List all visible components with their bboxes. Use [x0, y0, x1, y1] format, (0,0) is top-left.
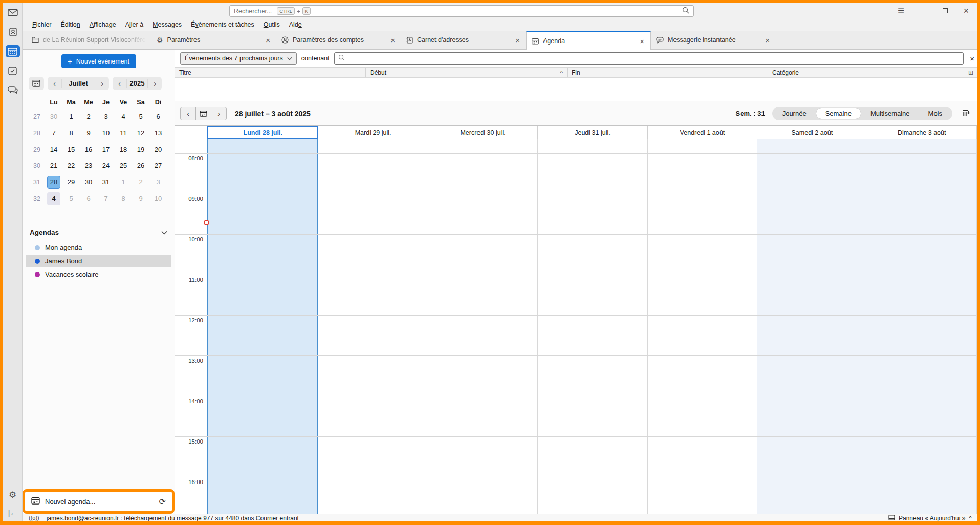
minimize-button[interactable]: — [920, 7, 927, 15]
minical-day[interactable]: 8 [62, 127, 80, 140]
close-icon[interactable]: × [389, 36, 396, 45]
close-icon[interactable]: × [764, 36, 771, 45]
close-icon[interactable]: × [968, 54, 976, 63]
minical-selected-day[interactable]: 28 [45, 176, 62, 189]
minical-day[interactable]: 18 [115, 143, 132, 156]
minical-day[interactable]: 23 [80, 159, 97, 173]
menu-affichage[interactable]: Affichage [85, 19, 121, 30]
allday-cell[interactable] [318, 139, 428, 153]
event-search-input[interactable] [348, 55, 960, 62]
minical-day[interactable]: 3 [149, 176, 167, 189]
day-header-vendredi-1-aout[interactable]: Vendredi 1 août [648, 126, 757, 139]
view-mode-mois[interactable]: Mois [919, 108, 951, 119]
new-calendar-row[interactable]: Nouvel agenda... ⟳ [23, 489, 175, 514]
tab-parametres[interactable]: ⚙Paramètres× [151, 31, 276, 49]
prev-year-button[interactable]: ‹ [113, 79, 126, 88]
calendar-item-mon-agenda[interactable]: Mon agenda [26, 241, 171, 254]
day-column-samedi-2-aout[interactable] [757, 153, 867, 514]
sync-icon[interactable]: ⟳ [159, 497, 166, 507]
next-month-button[interactable]: › [95, 79, 109, 88]
spaces-settings-gear-icon[interactable]: ⚙ [3, 491, 22, 499]
close-icon[interactable]: × [514, 36, 521, 45]
menu-edition[interactable]: Édition [56, 19, 85, 30]
day-header-samedi-2-aout[interactable]: Samedi 2 août [757, 126, 867, 139]
menu-aller-a[interactable]: Aller à [121, 19, 148, 30]
calendar-item-james-bond[interactable]: James Bond [26, 255, 171, 267]
go-to-today-button[interactable] [195, 107, 211, 120]
day-column-lundi-28-juil[interactable] [207, 153, 318, 514]
mail-space-button[interactable] [6, 6, 20, 18]
chat-space-button[interactable] [6, 84, 20, 96]
close-icon[interactable]: × [639, 37, 645, 46]
previous-week-button[interactable]: ‹ [180, 107, 196, 120]
rotate-view-icon[interactable] [962, 110, 970, 117]
next-week-button[interactable]: › [211, 107, 227, 120]
minical-day[interactable]: 17 [97, 143, 115, 156]
minical-day[interactable]: 4 [115, 110, 132, 123]
tab-carnet-d-adresses[interactable]: Carnet d'adresses× [401, 31, 526, 49]
minical-day[interactable]: 5 [132, 110, 149, 123]
minical-day[interactable]: 14 [45, 143, 62, 156]
today-pane-toggle[interactable]: Panneau « Aujourd'hui » ^ [888, 515, 972, 521]
calendar-item-vacances-scolaire[interactable]: Vacances scolaire [26, 268, 171, 281]
new-event-button[interactable]: + Nouvel évènement [61, 54, 136, 68]
column-header-category[interactable]: Catégorie [768, 68, 965, 77]
prev-month-button[interactable]: ‹ [48, 79, 61, 88]
calendar-space-button[interactable] [6, 45, 20, 57]
day-column-jeudi-31-juil[interactable] [538, 153, 647, 514]
menu-messages[interactable]: Messages [148, 19, 186, 30]
close-icon[interactable]: × [265, 36, 271, 45]
day-column-vendredi-1-aout[interactable] [648, 153, 757, 514]
agendas-section-header[interactable]: Agendas [30, 228, 167, 236]
minical-day[interactable]: 24 [97, 159, 115, 173]
menu-fichier[interactable]: Fichier [28, 19, 56, 30]
tab-agenda[interactable]: Agenda× [526, 31, 651, 50]
addressbook-space-button[interactable] [6, 26, 20, 38]
minical-day[interactable]: 10 [97, 127, 115, 140]
minical-day[interactable]: 6 [80, 192, 97, 205]
day-column-dimanche-3-aout[interactable] [867, 153, 977, 514]
minical-day[interactable]: 30 [45, 110, 62, 123]
allday-cell[interactable] [207, 139, 318, 153]
minical-day[interactable]: 22 [62, 159, 80, 173]
minical-day[interactable]: 15 [62, 143, 80, 156]
day-header-mercredi-30-juil[interactable]: Mercredi 30 juil. [428, 126, 538, 139]
view-mode-journee[interactable]: Journée [773, 108, 816, 119]
tab-parametres-des-comptes[interactable]: Paramètres des comptes× [276, 31, 401, 49]
minical-day[interactable]: 5 [62, 192, 80, 205]
global-search-input[interactable]: Rechercher... CTRL + K [229, 5, 694, 17]
menu-outils[interactable]: Outils [259, 19, 285, 30]
minical-day[interactable]: 7 [97, 192, 115, 205]
minical-day[interactable]: 31 [97, 176, 115, 189]
minical-day[interactable]: 3 [97, 110, 115, 123]
next-year-button[interactable]: › [148, 79, 162, 88]
collapse-spaces-icon[interactable]: |← [3, 509, 22, 517]
view-mode-multisemaine[interactable]: Multisemaine [861, 108, 919, 119]
allday-cell[interactable] [648, 139, 757, 153]
minical-today[interactable]: 4 [45, 192, 62, 205]
minical-day[interactable]: 9 [80, 127, 97, 140]
minical-day[interactable]: 7 [45, 127, 62, 140]
day-header-lundi-28-juil[interactable]: Lundi 28 juil. [207, 126, 318, 139]
minical-day[interactable]: 26 [132, 159, 149, 173]
close-window-button[interactable]: × [963, 6, 969, 16]
allday-cell[interactable] [867, 139, 977, 153]
minical-day[interactable]: 27 [149, 159, 167, 173]
minical-day[interactable]: 20 [149, 143, 167, 156]
minical-day[interactable]: 12 [132, 127, 149, 140]
allday-cell[interactable] [757, 139, 867, 153]
restore-button[interactable] [943, 8, 948, 13]
minical-day[interactable]: 6 [149, 110, 167, 123]
minical-day[interactable]: 16 [80, 143, 97, 156]
day-column-mercredi-30-juil[interactable] [428, 153, 538, 514]
minical-day[interactable]: 13 [149, 127, 167, 140]
menu-aide[interactable]: Aide [285, 19, 307, 30]
tasks-space-button[interactable] [6, 65, 20, 77]
tab-de-la-reunion-support-visioconference[interactable]: de La Réunion Support Visioconférence [27, 31, 151, 49]
view-mode-semaine[interactable]: Semaine [816, 108, 861, 119]
minical-day[interactable]: 29 [62, 176, 80, 189]
column-picker-icon[interactable]: ⊞ [965, 69, 977, 76]
tab-messagerie-instantanee[interactable]: Messagerie instantanée× [651, 31, 776, 49]
day-header-dimanche-3-aout[interactable]: Dimanche 3 août [867, 126, 977, 139]
app-menu-button[interactable]: ☰ [898, 6, 904, 15]
